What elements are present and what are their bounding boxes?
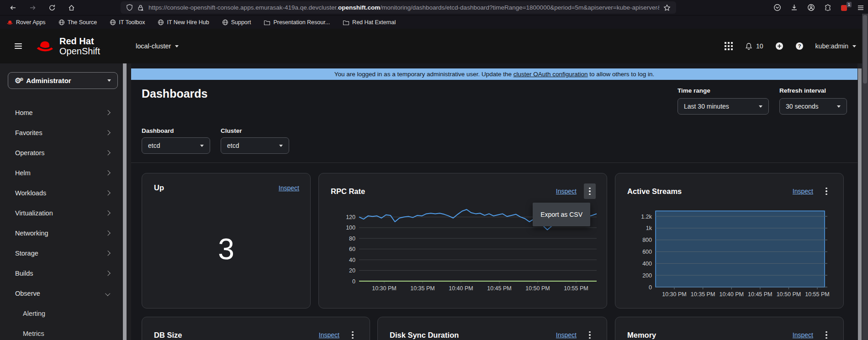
window-scrollbar[interactable] — [862, 14, 868, 340]
help-icon[interactable]: ? — [795, 42, 804, 50]
bell-icon — [745, 42, 753, 50]
nav-toggle-icon[interactable] — [14, 42, 23, 50]
sidebar-item-alerting[interactable]: Alerting — [0, 303, 131, 324]
url-bar[interactable]: https://console-openshift-console.apps.e… — [121, 1, 676, 14]
extension-icon[interactable]: 1 — [841, 4, 848, 11]
inspect-link[interactable]: Inspect — [793, 188, 813, 195]
window-scrollbar-thumb[interactable] — [863, 15, 867, 84]
svg-text:10:45 PM: 10:45 PM — [748, 291, 773, 298]
sidebar-item-helm[interactable]: Helm — [0, 163, 131, 183]
chevron-right-icon — [105, 231, 110, 236]
sidebar-item-home[interactable]: Home — [0, 103, 131, 123]
caret-down-icon — [175, 45, 179, 47]
user-menu[interactable]: kube:admin — [815, 42, 856, 50]
svg-text:600: 600 — [642, 249, 652, 255]
svg-text:0: 0 — [352, 278, 355, 285]
quick-create-icon[interactable] — [775, 42, 783, 50]
bookmark-the-source[interactable]: The Source — [58, 19, 97, 26]
globe-icon — [222, 19, 228, 26]
time-range-select[interactable]: Last 30 minutes — [677, 98, 769, 115]
bookmark-it-new-hire-hub[interactable]: IT New Hire Hub — [158, 19, 209, 26]
chevron-right-icon — [105, 171, 110, 176]
sidebar-item-virtualization[interactable]: Virtualization — [0, 203, 131, 223]
chevron-right-icon — [105, 110, 110, 115]
svg-text:10:55 PM: 10:55 PM — [805, 291, 830, 298]
inspect-link[interactable]: Inspect — [556, 331, 577, 339]
folder-icon — [343, 19, 349, 26]
dashboard-select[interactable]: etcd — [142, 137, 210, 154]
url-text[interactable]: https://console-openshift-console.apps.e… — [148, 4, 659, 11]
bookmark-rover-apps[interactable]: Rover Apps — [6, 19, 46, 26]
svg-text:100: 100 — [346, 225, 355, 231]
sidebar-item-operators[interactable]: Operators — [0, 143, 131, 163]
svg-text:10:40 PM: 10:40 PM — [449, 285, 473, 292]
url-path: /monitoring/dashboards/etcd-dashboard?ti… — [380, 4, 659, 11]
cluster-select[interactable]: etcd — [221, 137, 289, 154]
bookmark-it-toolbox[interactable]: IT Toolbox — [110, 19, 145, 26]
content-scrollbar-thumb[interactable] — [858, 68, 862, 340]
caret-down-icon — [279, 145, 283, 147]
caret-down-icon — [759, 105, 762, 108]
sidebar-item-favorites[interactable]: Favorites — [0, 123, 131, 143]
sidebar-item-workloads[interactable]: Workloads — [0, 183, 131, 203]
svg-text:20: 20 — [349, 267, 355, 274]
svg-text:10:40 PM: 10:40 PM — [719, 291, 744, 298]
home-icon[interactable] — [68, 4, 75, 11]
bookmarks-bar: Rover Apps The Source IT Toolbox IT New … — [0, 15, 868, 29]
svg-text:10:50 PM: 10:50 PM — [777, 291, 801, 298]
oauth-config-link[interactable]: cluster OAuth configuration — [513, 71, 588, 78]
notifications-button[interactable]: 10 — [745, 42, 763, 50]
inspect-link[interactable]: Inspect — [556, 188, 577, 195]
kebab-menu-icon[interactable] — [820, 183, 832, 199]
main-content: You are logged in as a temporary adminis… — [131, 63, 857, 340]
sidebar-item-metrics[interactable]: Metrics — [0, 324, 131, 340]
kebab-menu-icon[interactable] — [584, 183, 596, 199]
extensions-puzzle-icon[interactable] — [824, 4, 831, 11]
bookmark-star-icon[interactable] — [663, 4, 671, 11]
sidebar-item-storage[interactable]: Storage — [0, 243, 131, 263]
forward-icon[interactable] — [29, 4, 37, 11]
inspect-link[interactable]: Inspect — [319, 331, 339, 339]
page-title: Dashboards — [142, 87, 207, 100]
chevron-down-icon — [105, 291, 110, 296]
sidebar-item-networking[interactable]: Networking — [0, 223, 131, 243]
redhat-hat-icon — [35, 39, 54, 53]
account-icon[interactable] — [807, 4, 815, 11]
sidebar-item-observe[interactable]: Observe — [0, 283, 131, 303]
bookmark-folder-redhat-external[interactable]: Red Hat External — [343, 19, 396, 26]
refresh-interval-select[interactable]: 30 seconds — [779, 98, 847, 115]
kebab-menu-icon[interactable] — [584, 327, 596, 340]
inspect-link[interactable]: Inspect — [279, 184, 299, 192]
chevron-right-icon — [105, 151, 110, 156]
login-warning-banner: You are logged in as a temporary adminis… — [131, 68, 857, 80]
sidebar-item-builds[interactable]: Builds — [0, 263, 131, 283]
cluster-selector[interactable]: local-cluster — [136, 42, 179, 50]
refresh-interval-label: Refresh interval — [779, 87, 826, 94]
caret-down-icon — [107, 79, 111, 82]
svg-text:0: 0 — [649, 284, 652, 291]
lock-warning-icon[interactable] — [137, 4, 144, 11]
perspective-switcher[interactable]: ⚙⚙ Administrator — [8, 72, 118, 89]
kebab-menu-icon[interactable] — [347, 327, 359, 340]
bookmark-support[interactable]: Support — [222, 19, 251, 26]
kebab-menu-icon[interactable] — [820, 327, 832, 340]
svg-text:10:30 PM: 10:30 PM — [662, 291, 687, 298]
svg-text:1k: 1k — [646, 225, 652, 231]
tracking-shield-icon[interactable] — [126, 4, 133, 11]
app-launcher-icon[interactable] — [725, 42, 733, 50]
sidebar-scrollbar[interactable] — [123, 63, 127, 340]
reload-icon[interactable] — [48, 4, 56, 11]
svg-text:200: 200 — [642, 272, 652, 279]
browser-menu-icon[interactable] — [857, 4, 864, 11]
cluster-label: Cluster — [221, 127, 242, 134]
inspect-link[interactable]: Inspect — [793, 331, 813, 339]
back-icon[interactable] — [9, 4, 17, 11]
bookmark-folder-presentation[interactable]: Presentation Resour... — [264, 19, 330, 26]
brand-logo[interactable]: Red Hat OpenShift — [35, 36, 100, 56]
url-domain: openshift.com — [338, 4, 380, 11]
sidebar-nav: ⚙⚙ Administrator Home Favorites Operator… — [0, 63, 131, 340]
downloads-icon[interactable] — [790, 4, 798, 11]
export-csv-menu-item[interactable]: Export as CSV — [540, 211, 582, 218]
svg-text:10:35 PM: 10:35 PM — [691, 291, 715, 298]
pocket-icon[interactable] — [773, 4, 781, 11]
